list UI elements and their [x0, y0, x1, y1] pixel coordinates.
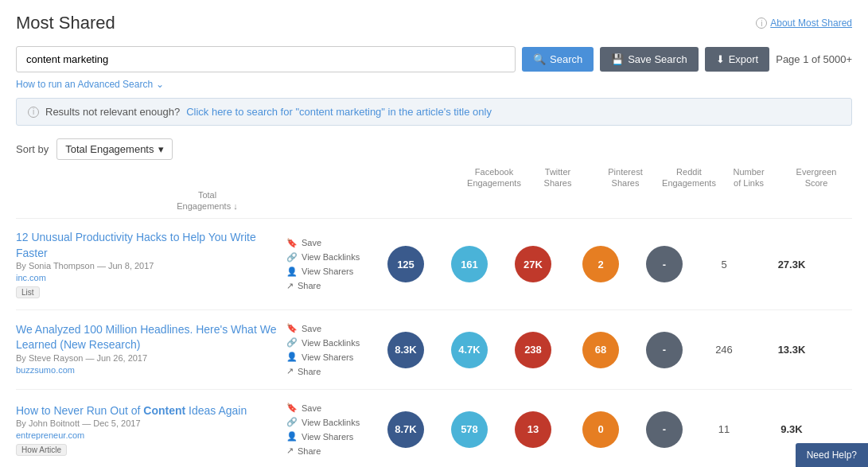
table-row: How to Never Run Out of Content Ideas Ag…	[16, 390, 852, 467]
people-icon: 👤	[286, 431, 298, 442]
sharers-action-1[interactable]: 👤View Sharers	[286, 265, 353, 278]
pinterest-cell-1: 27K	[501, 246, 565, 282]
people-icon: 👤	[286, 352, 298, 362]
page-info: Page 1 of 5000+	[776, 53, 852, 65]
share-icon: ↗	[286, 366, 294, 376]
sharers-action-2[interactable]: 👤View Sharers	[286, 350, 353, 364]
result-actions-2: 🔖Save 🔗View Backlinks 👤View Sharers ↗Sha…	[286, 321, 374, 378]
share-icon: ↗	[286, 281, 294, 291]
evergreen-cell-1: 5	[692, 259, 756, 270]
alert-bar: i Results not relevant enough? Click her…	[16, 98, 852, 126]
pinterest-cell-2: 238	[501, 332, 565, 368]
table-row: We Analyzed 100 Million Headlines. Here'…	[16, 310, 852, 390]
links-cell-2: -	[636, 332, 692, 368]
chevron-down-icon: ▾	[158, 143, 164, 155]
twitter-circle-1: 161	[451, 246, 488, 282]
pinterest-circle-1: 27K	[515, 246, 551, 282]
save-action-2[interactable]: 🔖Save	[286, 321, 321, 335]
search-button[interactable]: 🔍 Search	[522, 47, 594, 72]
result-domain-2[interactable]: buzzsumo.com	[16, 365, 278, 375]
fb-circle-1: 125	[387, 246, 424, 282]
info-icon: i	[756, 18, 767, 29]
result-title-3[interactable]: How to Never Run Out of Content Ideas Ag…	[16, 404, 247, 417]
result-domain-3[interactable]: entrepreneur.com	[16, 430, 278, 440]
backlinks-action-1[interactable]: 🔗View Backlinks	[286, 251, 360, 264]
link-icon: 🔗	[286, 337, 298, 348]
col-total[interactable]: TotalEngagements ↓	[16, 189, 399, 212]
alert-link[interactable]: Click here to search for "content market…	[186, 106, 492, 118]
result-tag-1: List	[16, 286, 40, 298]
result-actions-3: 🔖Save 🔗View Backlinks 👤View Sharers ↗Sha…	[286, 401, 374, 457]
total-cell-2: 13.3K	[756, 344, 827, 356]
chevron-down-icon: ⌄	[156, 79, 164, 90]
backlinks-action-2[interactable]: 🔗View Backlinks	[286, 336, 360, 349]
reddit-cell-2: 68	[565, 332, 636, 368]
search-icon: 🔍	[533, 53, 546, 65]
share-action-2[interactable]: ↗Share	[286, 364, 321, 378]
links-circle-1: -	[646, 246, 683, 282]
fb-circle-2: 8.3K	[387, 332, 424, 368]
alert-icon: i	[28, 107, 39, 118]
reddit-circle-2: 68	[582, 332, 619, 368]
links-cell-1: -	[636, 246, 692, 282]
results-list: 12 Unusual Productivity Hacks to Help Yo…	[16, 219, 852, 467]
page-title: Most Shared	[16, 13, 115, 33]
links-circle-2: -	[646, 332, 683, 368]
export-button[interactable]: ⬇ Export	[705, 47, 770, 72]
reddit-circle-1: 2	[582, 246, 619, 282]
share-action-3[interactable]: ↗Share	[286, 444, 321, 457]
export-btn-label: Export	[729, 53, 759, 65]
search-input[interactable]	[16, 46, 516, 72]
about-link-wrapper: i About Most Shared	[756, 18, 852, 29]
result-meta-3: By John Boitnott — Dec 5, 2017	[16, 418, 278, 428]
col-twitter: TwitterShares	[526, 166, 590, 189]
alert-text: Results not relevant enough?	[45, 106, 180, 118]
bookmark-icon: 🔖	[286, 238, 298, 248]
export-icon: ⬇	[716, 53, 725, 65]
pinterest-circle-3: 13	[515, 411, 551, 448]
twitter-circle-2: 4.7K	[451, 332, 488, 368]
save-action-3[interactable]: 🔖Save	[286, 401, 321, 414]
result-tag-3: How Article	[16, 444, 67, 456]
table-row: 12 Unusual Productivity Hacks to Help Yo…	[16, 219, 852, 310]
evergreen-cell-2: 246	[692, 344, 756, 356]
col-links: Numberof Links	[717, 166, 780, 189]
fb-cell-1: 125	[374, 246, 438, 282]
col-fb: FacebookEngagements	[462, 166, 526, 189]
result-meta-1: By Sonia Thompson — Jun 8, 2017	[16, 261, 278, 270]
sort-row: Sort by Total Engagements ▾	[16, 138, 852, 160]
result-content-3: How to Never Run Out of Content Ideas Ag…	[16, 403, 286, 457]
result-title-2[interactable]: We Analyzed 100 Million Headlines. Here'…	[16, 323, 276, 352]
need-help-button[interactable]: Need Help?	[796, 443, 868, 467]
people-icon: 👤	[286, 267, 298, 277]
sort-label: Sort by	[16, 143, 49, 155]
twitter-cell-2: 4.7K	[438, 332, 501, 368]
save-search-button[interactable]: 💾 Save Search	[600, 47, 698, 72]
reddit-cell-3: 0	[565, 411, 636, 448]
save-icon: 💾	[611, 53, 624, 65]
sort-value: Total Engagements	[65, 143, 154, 155]
link-icon: 🔗	[286, 417, 298, 427]
sort-dropdown[interactable]: Total Engagements ▾	[56, 138, 173, 160]
backlinks-action-3[interactable]: 🔗View Backlinks	[286, 415, 360, 429]
bookmark-icon: 🔖	[286, 323, 298, 333]
result-title-1[interactable]: 12 Unusual Productivity Hacks to Help Yo…	[16, 231, 256, 259]
about-link[interactable]: About Most Shared	[770, 18, 852, 29]
total-cell-3: 9.3K	[756, 423, 827, 435]
bookmark-icon: 🔖	[286, 403, 298, 413]
evergreen-cell-3: 11	[692, 423, 756, 435]
links-circle-3: -	[646, 411, 683, 448]
fb-circle-3: 8.7K	[387, 411, 424, 448]
result-meta-2: By Steve Rayson — Jun 26, 2017	[16, 353, 278, 363]
share-action-1[interactable]: ↗Share	[286, 279, 321, 293]
result-actions-1: 🔖Save 🔗View Backlinks 👤View Sharers ↗Sha…	[286, 236, 374, 293]
sharers-action-3[interactable]: 👤View Sharers	[286, 430, 353, 443]
result-domain-1[interactable]: inc.com	[16, 273, 278, 282]
advanced-search-link[interactable]: How to run an Advanced Search ⌄	[16, 79, 852, 90]
links-cell-3: -	[636, 411, 692, 448]
save-action-1[interactable]: 🔖Save	[286, 236, 321, 250]
link-icon: 🔗	[286, 252, 298, 263]
search-btn-label: Search	[550, 53, 582, 65]
pinterest-circle-2: 238	[515, 332, 551, 368]
twitter-circle-3: 578	[451, 411, 488, 448]
